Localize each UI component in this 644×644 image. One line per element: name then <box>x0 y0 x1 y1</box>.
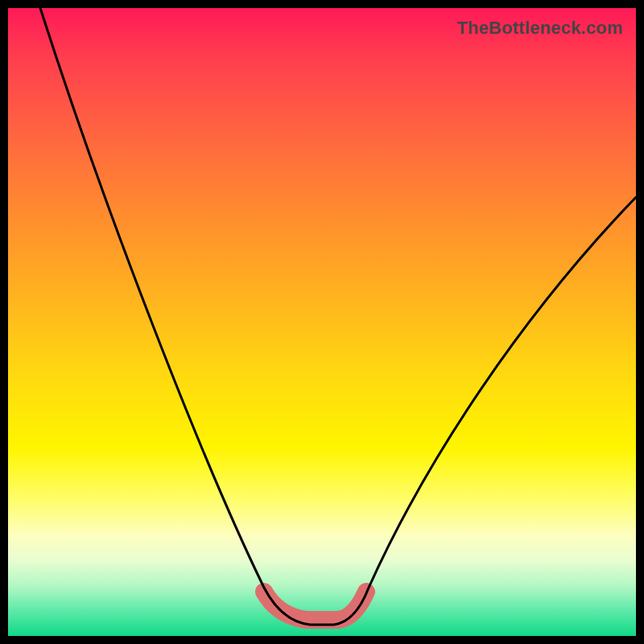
chart-svg <box>8 8 636 636</box>
bottleneck-curve <box>40 8 636 625</box>
plot-area: TheBottleneck.com <box>8 8 636 636</box>
chart-frame: TheBottleneck.com <box>0 0 644 644</box>
